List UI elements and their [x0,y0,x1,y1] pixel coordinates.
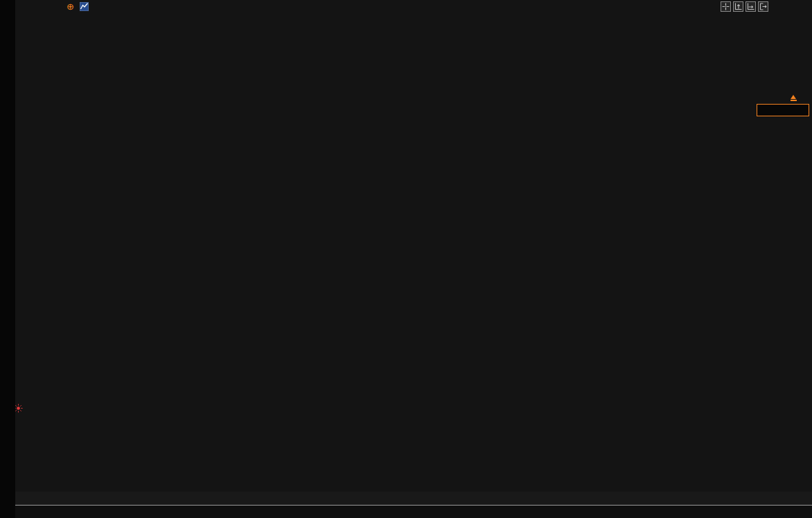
chart-header: ⊕ [55,1,100,12]
line-chart-icon [80,2,89,11]
left-sidebar [0,0,15,518]
axis-zoom-horizontal-icon[interactable] [745,1,756,12]
macd-panel-header [65,305,71,314]
kdj-panel-header [65,407,71,416]
exit-chart-icon[interactable] [758,1,768,12]
add-indicator-icon[interactable]: ⊕ [67,2,74,11]
chart-toolbar [721,1,768,12]
bottom-tab-bar [15,505,812,518]
last-price-label [757,104,809,116]
x-axis-row [15,492,812,505]
price-up-arrow-icon [790,95,797,101]
chart-canvas[interactable] [0,0,812,492]
axis-zoom-vertical-icon[interactable] [733,1,743,12]
crosshair-icon[interactable] [721,1,731,12]
